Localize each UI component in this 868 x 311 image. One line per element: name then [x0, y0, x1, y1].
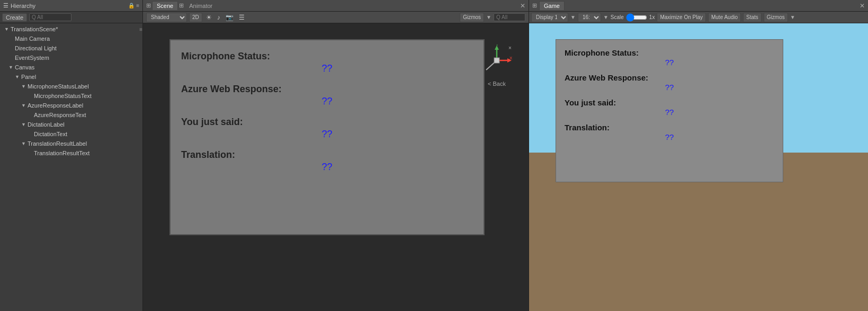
hierarchy-content: ▼ TranslationScene* ≡ Main Camera Direct… [0, 23, 142, 311]
label-microphone-status-label: MicrophoneStatusLabel [28, 83, 89, 90]
azure-response-label-scene: Azure Web Response: [181, 84, 473, 95]
game-close-button[interactable]: ✕ [860, 2, 865, 10]
svg-text:×: × [508, 45, 512, 51]
hierarchy-item-translation-result-label[interactable]: ▼ TranslationResultLabel [0, 139, 142, 148]
hierarchy-scene-root[interactable]: ▼ TranslationScene* ≡ [0, 24, 142, 34]
arrow-azure-response-label: ▼ [21, 103, 28, 108]
gizmo-svg: X Y × [481, 45, 513, 76]
stats-button[interactable]: Stats [743, 13, 762, 22]
game-gizmos-dropdown-icon[interactable]: ▼ [790, 14, 795, 20]
hierarchy-search[interactable] [29, 13, 71, 21]
game-translation-value: ?? [565, 132, 774, 141]
back-button[interactable]: < Back [488, 81, 506, 87]
scene-gizmo: X Y × < Back [481, 45, 513, 87]
label-directional-light: Directional Light [15, 45, 57, 51]
gizmos-button[interactable]: Gizmos [460, 13, 484, 22]
arrow-panel: ▼ [15, 74, 21, 79]
create-button[interactable]: Create [2, 13, 27, 22]
hierarchy-item-canvas[interactable]: ▼ Canvas [0, 63, 142, 72]
scale-value: 1x [649, 14, 655, 20]
label-dictation-text: DictationText [34, 131, 67, 137]
maximize-on-play-button[interactable]: Maximize On Play [657, 13, 706, 22]
label-translation-result-label: TranslationResultLabel [28, 140, 87, 147]
game-toolbar: Display 1 ▼ 16:9 ▼ Scale 1x Maximize On … [529, 12, 868, 23]
sun-toolbar-icon[interactable]: ☀ [204, 14, 213, 21]
tab-game[interactable]: Game [539, 1, 565, 10]
ratio-select[interactable]: 16:9 [578, 13, 601, 22]
hierarchy-item-azure-response-label[interactable]: ▼ AzureResponseLabel [0, 101, 142, 110]
label-event-system: EventSystem [15, 55, 49, 61]
layers-toolbar-icon[interactable]: ☰ [237, 14, 246, 21]
shading-select[interactable]: Shaded Wireframe [146, 13, 187, 22]
scene-search[interactable] [494, 13, 525, 21]
azure-response-value-scene: ?? [181, 96, 473, 107]
game-microphone-status-value: ?? [565, 58, 774, 67]
hierarchy-panel: ☰ Hierarchy 🔒 ≡ Create ▼ TranslationScen… [0, 0, 143, 311]
hierarchy-item-dictation-text[interactable]: DictationText [0, 129, 142, 139]
game-azure-response-value: ?? [565, 83, 774, 92]
label-azure-response-label: AzureResponseLabel [28, 102, 83, 109]
label-dictation-label: DictationLabel [28, 121, 65, 128]
game-microphone-status-group: Microphone Status: ?? [565, 48, 774, 67]
game-panel: ⊞ Game ✕ Display 1 ▼ 16:9 ▼ Scale 1x Max… [529, 0, 868, 311]
hierarchy-item-directional-light[interactable]: Directional Light [0, 43, 142, 53]
tab-scene[interactable]: Scene [152, 1, 178, 10]
arrow-translation-result-label: ▼ [21, 141, 28, 146]
game-grid-icon: ⊞ [532, 2, 537, 9]
display-dropdown-icon[interactable]: ▼ [570, 14, 576, 20]
scene-viewport[interactable]: ✦ ⛅ Microphone Status: ?? Azure Web Resp… [143, 23, 529, 311]
hierarchy-item-dictation-label[interactable]: ▼ DictationLabel [0, 120, 142, 129]
game-translation-label: Translation: [565, 123, 774, 132]
translation-value-scene: ?? [181, 162, 473, 173]
center-area: ⊞ Scene ⊞ Animator ✕ Shaded Wireframe 2D… [143, 0, 868, 311]
game-gizmos-button[interactable]: Gizmos [764, 13, 788, 22]
microphone-status-label-scene: Microphone Status: [181, 51, 473, 62]
mute-audio-button[interactable]: Mute Audio [708, 13, 741, 22]
scale-label: Scale [611, 14, 624, 20]
label-azure-response-text: AzureResponseText [34, 112, 86, 118]
game-dictation-label: You just said: [565, 98, 774, 107]
game-azure-response-label: Azure Web Response: [565, 73, 774, 82]
translation-group: Translation: ?? [181, 149, 473, 173]
scale-slider[interactable] [626, 14, 647, 21]
hierarchy-item-microphone-status-label[interactable]: ▼ MicrophoneStatusLabel [0, 82, 142, 91]
hierarchy-item-main-camera[interactable]: Main Camera [0, 34, 142, 43]
svg-text:X: X [509, 56, 513, 60]
game-dictation-value: ?? [565, 108, 774, 117]
ratio-dropdown-icon[interactable]: ▼ [603, 14, 609, 20]
svg-rect-5 [494, 58, 499, 63]
scene-arrow: ▼ [4, 26, 11, 32]
scene-panel: ⊞ Scene ⊞ Animator ✕ Shaded Wireframe 2D… [143, 0, 529, 311]
audio-toolbar-icon[interactable]: ♪ [216, 14, 222, 21]
arrow-canvas: ▼ [8, 65, 15, 70]
scene-menu-icon[interactable]: ≡ [139, 26, 142, 32]
svg-text:Y: Y [496, 45, 499, 47]
dictation-label-scene: You just said: [181, 117, 473, 128]
camera-toolbar-icon[interactable]: 📷 [224, 14, 235, 21]
game-translation-group: Translation: ?? [565, 123, 774, 141]
label-panel: Panel [21, 74, 36, 80]
game-azure-response-group: Azure Web Response: ?? [565, 73, 774, 92]
hierarchy-item-translation-result-text[interactable]: TranslationResultText [0, 148, 142, 158]
scene-toolbar: Shaded Wireframe 2D ☀ ♪ 📷 ☰ Gizmos ▼ [143, 12, 529, 23]
dictation-value-scene: ?? [181, 129, 473, 140]
hierarchy-item-azure-response-text[interactable]: AzureResponseText [0, 110, 142, 120]
lock-icon[interactable]: 🔒 ≡ [128, 3, 139, 8]
game-ui-panel: Microphone Status: ?? Azure Web Response… [556, 39, 783, 182]
tab-animator[interactable]: Animator [185, 2, 217, 10]
hierarchy-item-microphone-status-text[interactable]: MicrophoneStatusText [0, 91, 142, 101]
display-select[interactable]: Display 1 [531, 13, 568, 22]
microphone-status-value-scene: ?? [181, 63, 473, 74]
game-viewport[interactable]: Microphone Status: ?? Azure Web Response… [529, 23, 868, 311]
translation-label-scene: Translation: [181, 149, 473, 161]
gizmos-dropdown-icon[interactable]: ▼ [486, 14, 491, 20]
arrow-microphone-status-label: ▼ [21, 84, 28, 89]
canvas-ui-panel: Microphone Status: ?? Azure Web Response… [169, 39, 485, 235]
label-microphone-status-text: MicrophoneStatusText [34, 93, 92, 99]
scene-close-button[interactable]: ✕ [520, 2, 525, 10]
hierarchy-item-panel[interactable]: ▼ Panel [0, 72, 142, 82]
arrow-dictation-label: ▼ [21, 122, 28, 127]
mode-2d-button[interactable]: 2D [189, 13, 202, 22]
hierarchy-item-event-system[interactable]: EventSystem [0, 53, 142, 63]
scene-name: TranslationScene* [11, 26, 58, 32]
